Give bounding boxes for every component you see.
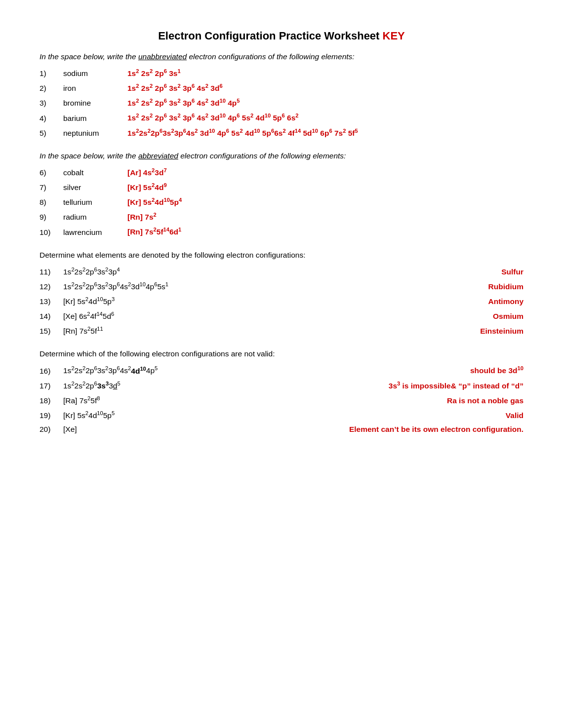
list-item: 6) cobalt [Ar] 4s23d7 bbox=[40, 167, 523, 177]
section2-instruction: In the space below, write the abbreviate… bbox=[40, 152, 523, 160]
page-title: Electron Configuration Practice Workshee… bbox=[40, 30, 523, 42]
section4-instruction: Determine which of the following electro… bbox=[40, 349, 523, 358]
list-item: 1) sodium 1s2 2s2 2p6 3s1 bbox=[40, 68, 523, 78]
list-item: 12) 1s22s22p63s23p64s23d104p65s1 Rubidiu… bbox=[40, 281, 523, 291]
list-item: 3) bromine 1s2 2s2 2p6 3s2 3p6 4s2 3d10 … bbox=[40, 98, 523, 108]
section2-items: 6) cobalt [Ar] 4s23d7 7) silver [Kr] 5s2… bbox=[40, 167, 523, 237]
section-validity: Determine which of the following electro… bbox=[40, 349, 523, 434]
section3-items: 11) 1s22s22p63s23p4 Sulfur 12) 1s22s22p6… bbox=[40, 267, 523, 336]
list-item: 16) 1s22s22p63s23p64s24d104p5 should be … bbox=[40, 365, 523, 375]
list-item: 19) [Kr] 5s24d105p5 Valid bbox=[40, 410, 523, 420]
list-item: 15) [Rn] 7s25f11 Einsteinium bbox=[40, 326, 523, 336]
list-item: 18) [Ra] 7s25f8 Ra is not a noble gas bbox=[40, 395, 523, 405]
list-item: 4) barium 1s2 2s2 2p6 3s2 3p6 4s2 3d10 4… bbox=[40, 113, 523, 122]
list-item: 13) [Kr] 5s24d105p3 Antimony bbox=[40, 296, 523, 306]
list-item: 5) neptunium 1s22s22p63s23p64s2 3d10 4p6… bbox=[40, 128, 523, 138]
section1-items: 1) sodium 1s2 2s2 2p6 3s1 2) iron 1s2 2s… bbox=[40, 68, 523, 138]
section-abbreviated: In the space below, write the abbreviate… bbox=[40, 152, 523, 237]
list-item: 9) radium [Rn] 7s2 bbox=[40, 212, 523, 222]
list-item: 2) iron 1s2 2s2 2p6 3s2 3p6 4s2 3d6 bbox=[40, 83, 523, 93]
list-item: 17) 1s22s22p63s33d5 3s3 is impossible& “… bbox=[40, 381, 523, 390]
section4-items: 16) 1s22s22p63s23p64s24d104p5 should be … bbox=[40, 365, 523, 434]
list-item: 11) 1s22s22p63s23p4 Sulfur bbox=[40, 267, 523, 276]
list-item: 14) [Xe] 6s24f145d6 Osmium bbox=[40, 311, 523, 321]
list-item: 10) lawrencium [Rn] 7s25f146d1 bbox=[40, 227, 523, 236]
list-item: 7) silver [Kr] 5s24d9 bbox=[40, 182, 523, 192]
list-item: 8) tellurium [Kr] 5s24d105p4 bbox=[40, 197, 523, 207]
section3-instruction: Determine what elements are denoted by t… bbox=[40, 251, 523, 260]
section-identify: Determine what elements are denoted by t… bbox=[40, 251, 523, 336]
list-item: 20) [Xe] Element can’t be its own electr… bbox=[40, 425, 523, 434]
section1-instruction: In the space below, write the unabbrevia… bbox=[40, 52, 523, 61]
section-unabbreviated: In the space below, write the unabbrevia… bbox=[40, 52, 523, 138]
